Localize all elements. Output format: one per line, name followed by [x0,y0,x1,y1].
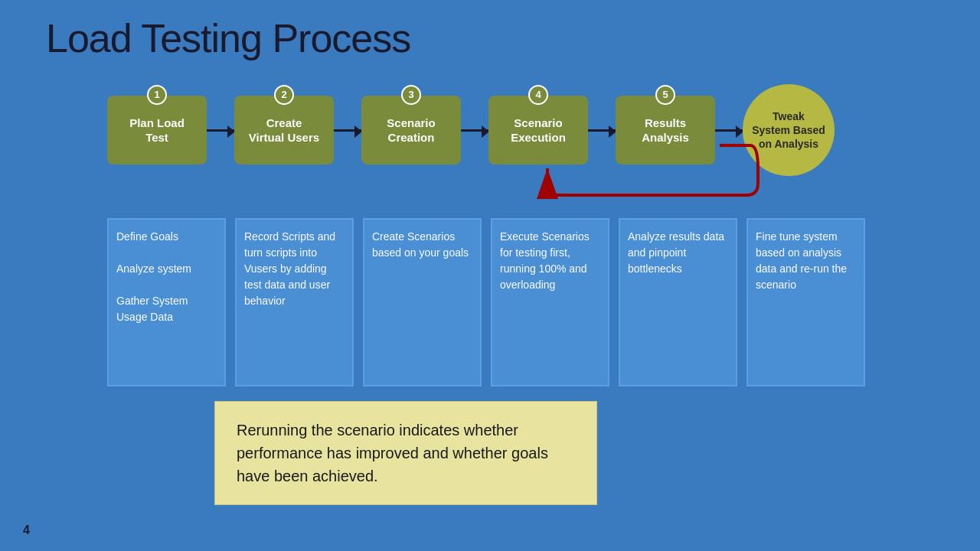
step-3-box[interactable]: 3 ScenarioCreation [361,96,461,165]
desc-2-text: Record Scripts and turn scripts into Vus… [244,230,335,307]
slide-title: Load Testing Process [46,15,410,61]
desc-1-text: Define GoalsAnalyze systemGather System … [116,230,191,323]
step-2-box[interactable]: 2 CreateVirtual Users [234,96,334,165]
desc-4-text: Execute Scenarios for testing first, run… [500,230,590,291]
step-3-label: ScenarioCreation [387,116,435,145]
step-1-number: 1 [147,85,167,105]
desc-6-text: Fine tune system based on analysis data … [756,230,847,291]
desc-box-3: Create Scenarios based on your goals [363,218,482,386]
final-step-label: TweakSystem Basedon Analysis [752,109,825,152]
feedback-arrow [482,122,758,199]
step-1-label: Plan LoadTest [129,116,185,145]
callout-box: Rerunning the scenario indicates whether… [214,401,597,505]
arrow-2-3 [334,129,361,132]
step-4-number: 4 [528,85,548,105]
desc-box-1: Define GoalsAnalyze systemGather System … [107,218,226,386]
desc-box-6: Fine tune system based on analysis data … [746,218,865,386]
arrow-1-2 [207,129,234,132]
step-1-box[interactable]: 1 Plan LoadTest [107,96,207,165]
desc-box-4: Execute Scenarios for testing first, run… [491,218,609,386]
desc-5-text: Analyze results data and pinpoint bottle… [628,230,724,275]
desc-box-5: Analyze results data and pinpoint bottle… [619,218,737,386]
desc-box-2: Record Scripts and turn scripts into Vus… [235,218,354,386]
step-3-number: 3 [401,85,421,105]
desc-3-text: Create Scenarios based on your goals [372,230,469,259]
step-2-label: CreateVirtual Users [249,116,319,145]
description-boxes: Define GoalsAnalyze systemGather System … [107,218,865,386]
step-5-number: 5 [655,85,675,105]
slide-number: 4 [23,523,30,537]
step-2-number: 2 [274,85,294,105]
callout-text: Rerunning the scenario indicates whether… [237,422,548,484]
